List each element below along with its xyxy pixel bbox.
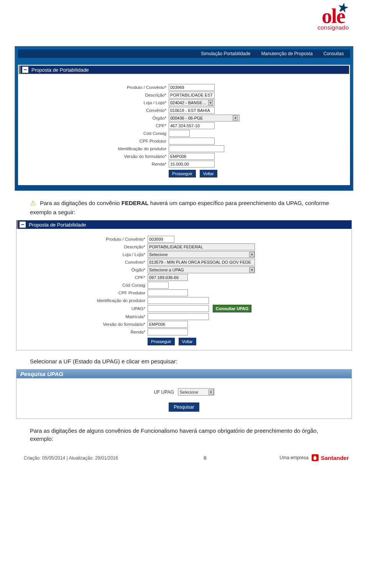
panel-title-2: Proposta de Portabilidade (29, 222, 86, 228)
select-orgao-value: 000436 - 06-PGE (170, 116, 203, 120)
label-produto: Produto / Convênio* (84, 85, 169, 90)
input-versao[interactable] (148, 321, 188, 328)
screenshot-pesquisa-upag: Pesquisa UPAG UF UPAG Selecione ▾ Pesqui… (16, 369, 352, 419)
doc-paragraph-1: ⚠ Para as digitações do convênio FEDERAL… (30, 199, 338, 216)
panel-header: − Proposta de Portabilidade (19, 66, 349, 74)
select-orgao[interactable]: 000436 - 06-PGE ▾ (169, 115, 240, 122)
select-loja[interactable]: 024042 - BANSERV F ▾ (169, 99, 215, 106)
footer-right-label: Uma empresa (279, 455, 308, 460)
select-uf-upag[interactable]: Selecione ▾ (178, 388, 214, 396)
label-cpfprod: CPF Produtor (61, 291, 148, 295)
panel-header-2: − Proposta de Portabilidade (16, 220, 352, 229)
select-loja-value: Selecione (149, 252, 168, 257)
input-produto[interactable] (148, 236, 174, 243)
input-codconsig[interactable] (148, 282, 169, 289)
warning-icon: ⚠ (30, 199, 36, 207)
santander-name: Santander (321, 455, 349, 461)
label-codconsig: Cód Consig (61, 283, 148, 287)
label-cpfprod: CPF Produtor (84, 139, 169, 143)
label-orgao: Órgão* (84, 116, 169, 120)
voltar-button[interactable]: Voltar (200, 170, 217, 177)
label-orgao: Órgão* (61, 268, 148, 272)
label-cpf: CPF* (84, 123, 169, 128)
select-loja[interactable]: Selecione ▾ (148, 251, 255, 258)
input-convenio[interactable] (169, 107, 215, 114)
ole-logo: olé ★ consignado (317, 7, 349, 31)
menu-item-consultas[interactable]: Consultas (324, 51, 344, 56)
collapse-button[interactable]: − (20, 222, 26, 228)
page-number: 8 (204, 455, 206, 461)
label-convenio: Convênio* (84, 108, 169, 113)
panel-grip-icon (16, 220, 18, 229)
select-uf-value: Selecione (180, 390, 198, 394)
select-orgao-value: Selecione a UPAG (149, 268, 184, 272)
chevron-down-icon: ▾ (209, 389, 214, 395)
uf-row: UF UPAG Selecione ▾ (16, 378, 352, 402)
label-loja: Loja / Lojis* (84, 100, 169, 105)
chevron-down-icon: ▾ (249, 267, 255, 273)
prosseguir-button[interactable]: Prosseguir (169, 170, 196, 177)
label-convenio: Convênio* (61, 260, 148, 264)
page-footer: Criação: 05/05/2014 | Atualização: 29/01… (24, 454, 349, 461)
app-window: Simulação Portabilidade Manutenção de Pr… (15, 46, 353, 191)
label-codconsig: Cód Consig (84, 131, 169, 136)
input-matricula[interactable] (148, 313, 209, 320)
label-produto: Produto / Convênio* (61, 237, 148, 241)
santander-flame-icon (312, 454, 319, 461)
menu-item-simulacao[interactable]: Simulação Portabilidade (201, 51, 250, 56)
doc-paragraph-2: Selecionar a UF (Estado da UPAG) e clica… (30, 357, 338, 365)
pesquisa-upag-header: Pesquisa UPAG (16, 370, 352, 378)
logo-star-icon: ★ (337, 2, 349, 14)
prosseguir-button[interactable]: Prosseguir (148, 338, 175, 345)
label-identprod: Identificação do produtor (61, 298, 148, 303)
footer-right: Uma empresa Santander (279, 454, 349, 461)
santander-logo: Santander (312, 454, 349, 461)
panel-body-2: Produto / Convênio* Descrição* Loja / Lo… (16, 229, 352, 350)
input-produto[interactable] (169, 84, 215, 91)
input-codconsig[interactable] (169, 130, 190, 137)
label-matricula: Matrícula* (61, 314, 148, 319)
label-versao: Versão do formulário* (84, 154, 169, 159)
chevron-down-icon: ▾ (233, 115, 238, 121)
collapse-button[interactable]: − (22, 67, 28, 73)
label-versao: Versão do formulário* (61, 322, 148, 327)
panel-proposta: − Proposta de Portabilidade Produto / Co… (18, 65, 350, 185)
input-upag[interactable] (148, 305, 209, 312)
label-renda: Renda* (84, 162, 169, 166)
input-renda[interactable] (169, 161, 215, 168)
input-cpfprod[interactable] (148, 289, 188, 296)
label-loja: Loja / Lojis* (61, 252, 148, 257)
chevron-down-icon: ▾ (208, 100, 213, 105)
select-loja-value: 024042 - BANSERV F (170, 100, 208, 105)
input-versao[interactable] (169, 153, 215, 160)
input-descricao[interactable] (169, 92, 215, 99)
input-cpf[interactable] (148, 274, 188, 281)
label-uf-upag: UF UPAG (154, 389, 174, 395)
label-cpf: CPF* (61, 275, 148, 280)
pesquisar-button[interactable]: Pesquisar (169, 402, 199, 412)
select-orgao[interactable]: Selecione a UPAG ▾ (148, 266, 255, 273)
input-renda[interactable] (148, 328, 188, 335)
header-logo-row: olé ★ consignado (0, 0, 368, 46)
chevron-down-icon: ▾ (249, 252, 255, 257)
input-descricao[interactable] (148, 243, 255, 250)
label-descricao: Descrição* (61, 245, 148, 249)
p1a: Para as digitações do convênio (40, 200, 122, 206)
footer-dates: Criação: 05/05/2014 | Atualização: 29/01… (24, 455, 118, 461)
input-identprod[interactable] (169, 145, 224, 152)
menu-item-manutencao[interactable]: Manutenção de Proposta (261, 51, 313, 56)
p1b: FEDERAL (122, 200, 149, 206)
panel-grip-icon (19, 66, 21, 74)
footer-left: Criação: 05/05/2014 | Atualização: 29/01… (24, 455, 207, 461)
voltar-button[interactable]: Voltar (179, 338, 196, 345)
input-cpf[interactable] (169, 122, 215, 129)
input-identprod[interactable] (148, 297, 209, 304)
label-upag: UPAG* (61, 306, 148, 311)
logo-word: olé ★ (322, 7, 345, 26)
input-convenio[interactable] (148, 259, 255, 266)
consultar-upag-button[interactable]: Consultar UPAG (213, 305, 251, 312)
input-cpfprod[interactable] (169, 138, 215, 145)
screenshot-federal-form: − Proposta de Portabilidade Produto / Co… (16, 220, 352, 350)
form-federal: Produto / Convênio* Descrição* Loja / Lo… (61, 236, 307, 345)
label-descricao: Descrição* (84, 93, 169, 97)
